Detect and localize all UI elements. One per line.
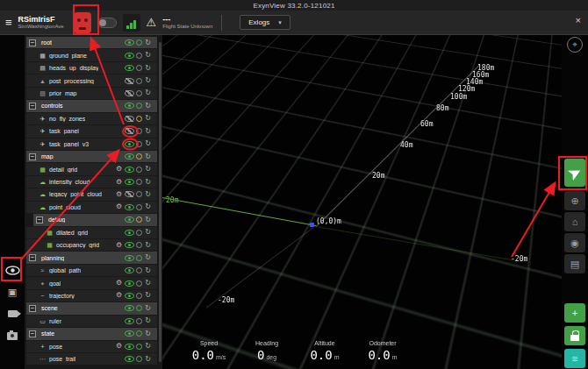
tree-group-planning[interactable]: −planning↻ [26,252,157,264]
status-badge[interactable] [136,90,142,96]
refresh-icon[interactable]: ↻ [144,115,152,122]
tree-item-detail_grid[interactable]: ▦detail_grid⚙↻ [26,163,157,175]
refresh-icon[interactable]: ↻ [144,305,152,312]
visibility-eye-icon[interactable] [125,153,134,160]
visibility-eye-icon[interactable] [125,242,134,248]
tree-item-task_panel_v3[interactable]: ✈task_panel_v3↻ [26,138,157,151]
visibility-eye-icon[interactable] [125,318,134,324]
status-badge[interactable] [136,230,142,236]
tree-item-prior_map[interactable]: ▨prior_map↻ [26,88,157,100]
tree-group-debug[interactable]: −debug↻ [33,214,157,226]
collapse-toggle[interactable]: − [36,216,43,224]
viewport[interactable]: Speed 0.0 m/s Heading 0 deg Altitude 0.0… [162,35,562,369]
refresh-icon[interactable]: ↻ [144,356,152,363]
tree-item-point_cloud[interactable]: ☁point_cloud⚙↻ [26,202,157,214]
visibility-eye-icon[interactable] [125,204,134,210]
tree-item-intensity_cloud[interactable]: ☁intensity_cloud⚙↻ [26,176,157,188]
status-badge[interactable] [136,39,142,46]
refresh-icon[interactable]: ↻ [144,89,152,96]
fly-mission-button[interactable] [564,159,585,187]
collapse-toggle[interactable]: − [29,103,36,110]
visibility-eye-icon[interactable] [125,330,134,337]
status-badge[interactable] [136,305,142,311]
refresh-icon[interactable]: ↻ [144,330,152,337]
legend-button[interactable]: ≡ [564,349,585,368]
visibility-eye-icon[interactable] [125,344,134,350]
status-badge[interactable] [136,179,142,185]
video-camera-button[interactable] [4,305,21,323]
tree-group-root[interactable]: −root↻ [26,37,157,49]
tree-group-controls[interactable]: −controls↻ [26,100,157,112]
refresh-icon[interactable]: ↻ [144,229,152,236]
refresh-icon[interactable]: ↻ [144,65,152,72]
visibility-eye-icon[interactable] [125,65,134,71]
visibility-eye-icon[interactable] [125,230,134,236]
refresh-icon[interactable]: ↻ [144,39,152,46]
settings-gear-icon[interactable]: ⚙ [115,191,123,198]
refresh-icon[interactable]: ↻ [144,153,152,160]
status-badge[interactable] [136,153,142,160]
status-badge[interactable] [136,204,142,210]
refresh-icon[interactable]: ↻ [144,166,152,173]
refresh-icon[interactable]: ↻ [144,292,152,299]
refresh-icon[interactable]: ↻ [144,191,152,198]
signal-strength-icon[interactable] [123,14,140,32]
refresh-icon[interactable]: ↻ [144,343,152,350]
status-badge[interactable] [136,216,142,223]
visibility-eye-icon[interactable] [125,356,134,362]
refresh-icon[interactable]: ↻ [144,77,152,84]
status-badge[interactable] [136,167,142,173]
status-badge[interactable] [136,116,142,122]
refresh-icon[interactable]: ↻ [144,267,152,274]
tree-item-trajectory[interactable]: ~trajectory⚙↻ [26,290,157,302]
model-visibility-button[interactable]: ▣ [4,283,21,301]
tree-item-ruler[interactable]: ▭ruler↻ [26,316,157,328]
settings-gear-icon[interactable]: ⚙ [115,280,123,287]
refresh-icon[interactable]: ↻ [144,216,152,224]
visibility-eye-icon[interactable] [125,267,134,273]
settings-gear-icon[interactable]: ⚙ [115,242,123,249]
settings-gear-icon[interactable]: ⚙ [115,166,123,173]
visibility-eye-icon[interactable] [125,216,134,223]
pan-view-button[interactable]: ⊕ [564,191,585,210]
collapse-toggle[interactable]: − [29,254,36,261]
status-badge[interactable] [136,141,142,147]
photo-camera-button[interactable] [4,327,21,344]
settings-gear-icon[interactable]: ⚙ [115,292,123,299]
status-badge[interactable] [136,318,142,324]
visibility-eye-icon[interactable] [125,53,134,59]
status-badge[interactable] [136,267,142,273]
visibility-eye-icon[interactable] [125,191,134,197]
tree-item-goal[interactable]: ⌖goal⚙↻ [26,277,157,289]
refresh-icon[interactable]: ↻ [144,254,152,261]
tree-item-pose_trail[interactable]: ⋯pose_trail↻ [26,353,157,365]
visibility-eye-icon[interactable] [125,90,134,96]
tree-item-occupancy_grid[interactable]: ▦occupancy_grid⚙↻ [26,239,157,252]
status-badge[interactable] [136,242,142,248]
tree-item-task_panel[interactable]: ✈task_panel↻ [26,125,157,138]
tree-item-no_fly_zones[interactable]: ✈no_fly_zones↻ [26,113,157,125]
status-badge[interactable] [136,280,142,287]
status-badge[interactable] [136,255,142,261]
visibility-eye-icon[interactable] [125,305,134,311]
refresh-icon[interactable]: ↻ [144,280,152,287]
status-badge[interactable] [136,128,142,134]
status-badge[interactable] [136,356,142,362]
estop-status-icon[interactable] [74,12,91,33]
tree-group-state[interactable]: −state↻ [26,328,157,340]
zoom-in-button[interactable]: + [564,303,585,323]
refresh-icon[interactable]: ↻ [144,128,152,135]
refresh-icon[interactable]: ↻ [144,52,152,59]
tree-item-pose[interactable]: +pose⚙↻ [26,341,157,353]
tree-item-post_processing[interactable]: ▲post_processing↻ [26,75,157,87]
hamburger-menu-icon[interactable]: ≡ [5,17,12,28]
layers-button[interactable]: ▤ [564,254,585,273]
visibility-eye-icon[interactable] [125,167,134,173]
visibility-eye-icon[interactable] [125,179,134,185]
tree-group-scene[interactable]: −scene↻ [26,302,157,315]
home-view-button[interactable]: ⌂ [564,212,585,231]
status-badge[interactable] [136,78,142,84]
settings-gear-icon[interactable]: ⚙ [115,343,123,350]
status-badge[interactable] [136,293,142,299]
tree-item-legacy_point_cloud[interactable]: ☁legacy_point_cloud⚙↻ [26,188,157,201]
